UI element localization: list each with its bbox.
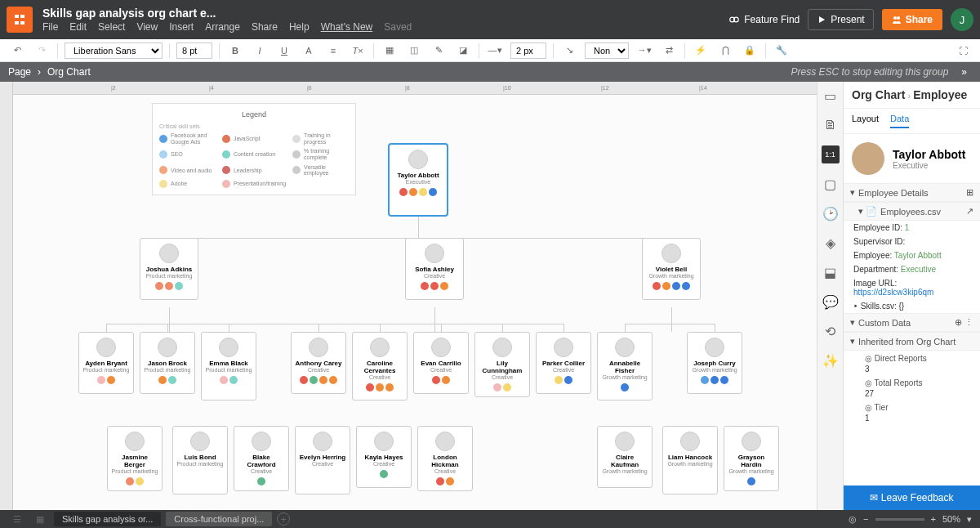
underline-icon[interactable]: U bbox=[275, 42, 293, 60]
section-custom-data[interactable]: ▾ Custom Data⊕ ⋮ bbox=[844, 313, 980, 332]
arrow-start-icon[interactable]: ↘ bbox=[560, 42, 578, 60]
org-card[interactable]: Sofia AshleyCreative bbox=[405, 238, 464, 300]
org-card[interactable]: Emma BlackProduct marketing bbox=[201, 332, 256, 400]
history-icon[interactable]: 🕑 bbox=[822, 204, 840, 222]
italic-icon[interactable]: I bbox=[251, 42, 269, 60]
linewidth-input[interactable] bbox=[510, 43, 546, 59]
align-icon[interactable]: ≡ bbox=[324, 42, 342, 60]
org-card[interactable]: Anthony CareyCreative bbox=[291, 332, 346, 394]
org-card[interactable]: Jasmine BergerProduct marketing bbox=[107, 426, 163, 491]
bold-icon[interactable]: B bbox=[226, 42, 244, 60]
fill-icon[interactable]: ▦ bbox=[381, 42, 399, 60]
app-logo[interactable] bbox=[7, 7, 33, 33]
crumb-page[interactable]: Page bbox=[8, 66, 31, 78]
section-employee-details[interactable]: ▾ Employee Details⊞ bbox=[844, 183, 980, 202]
comment-icon[interactable]: 💬 bbox=[822, 293, 840, 311]
section-inherited[interactable]: ▾ Inherited from Org Chart bbox=[844, 332, 980, 351]
panel-crumb2[interactable]: Employee bbox=[913, 88, 967, 101]
badge-icon[interactable]: 1:1 bbox=[822, 145, 840, 163]
tab-doc-2[interactable]: Cross-functional proj... bbox=[166, 512, 272, 526]
zoom-out-icon[interactable]: − bbox=[863, 514, 868, 524]
user-avatar[interactable]: J bbox=[951, 8, 973, 31]
org-card[interactable]: Taylor AbbottExecutive bbox=[389, 144, 448, 216]
zoom-value[interactable]: 50% bbox=[942, 514, 960, 524]
org-card[interactable]: Luis BondProduct marketing bbox=[172, 426, 228, 494]
select-tool-icon[interactable]: ▭ bbox=[822, 87, 840, 105]
org-card[interactable]: Claire KaufmanGrowth marketing bbox=[597, 426, 653, 488]
menu-insert[interactable]: Insert bbox=[169, 21, 194, 33]
fill-select[interactable]: None bbox=[585, 43, 629, 59]
menu-help[interactable]: Help bbox=[289, 21, 310, 33]
list-view-icon[interactable]: ☰ bbox=[8, 510, 26, 528]
org-card[interactable]: Violet BellGrowth marketing bbox=[642, 238, 701, 300]
menu-edit[interactable]: Edit bbox=[69, 21, 87, 33]
lock-icon[interactable]: 🔒 bbox=[741, 42, 759, 60]
fontsize-input[interactable] bbox=[176, 43, 212, 59]
wrench-icon[interactable]: 🔧 bbox=[773, 42, 791, 60]
tab-data[interactable]: Data bbox=[890, 114, 909, 128]
target-icon[interactable]: ◎ bbox=[849, 514, 857, 525]
menu-share[interactable]: Share bbox=[252, 21, 278, 33]
feedback-button[interactable]: ✉ Leave Feedback bbox=[844, 485, 980, 510]
org-card[interactable]: Evan CarrilloCreative bbox=[413, 332, 469, 394]
fullscreen-icon[interactable]: ⛶ bbox=[954, 42, 972, 60]
panel-crumb1[interactable]: Org Chart bbox=[852, 88, 905, 101]
org-card[interactable]: Jason BrockProduct marketing bbox=[140, 332, 195, 394]
org-card[interactable]: Annabelle FisherGrowth marketing bbox=[597, 332, 653, 400]
org-card[interactable]: Parker CollierCreative bbox=[536, 332, 591, 394]
org-card[interactable]: Caroline CervantesCreative bbox=[352, 332, 408, 400]
org-card[interactable]: Joshua AdkinsProduct marketing bbox=[140, 238, 198, 300]
tab-doc-1[interactable]: Skills gap analysis or... bbox=[54, 512, 161, 526]
arrow-end-icon[interactable]: →▾ bbox=[635, 42, 653, 60]
connector bbox=[625, 324, 626, 332]
line-style-icon[interactable]: —▾ bbox=[486, 42, 504, 60]
sync-icon[interactable]: ⟲ bbox=[822, 322, 840, 340]
menu-select[interactable]: Select bbox=[98, 21, 125, 33]
zoom-in-icon[interactable]: + bbox=[931, 514, 936, 524]
feature-find[interactable]: Feature Find bbox=[728, 14, 800, 25]
text-color-icon[interactable]: A bbox=[300, 42, 318, 60]
org-card[interactable]: Kayla HayesCreative bbox=[356, 426, 412, 488]
connector bbox=[441, 324, 442, 332]
org-card[interactable]: Ayden BryantProduct marketing bbox=[78, 332, 134, 394]
note-icon[interactable]: 🗎 bbox=[822, 116, 840, 134]
undo-icon[interactable]: ↶ bbox=[8, 42, 26, 60]
share-button[interactable]: Share bbox=[882, 9, 942, 30]
org-card[interactable]: Evelyn HerringCreative bbox=[295, 426, 350, 494]
border-icon[interactable]: ◫ bbox=[405, 42, 423, 60]
swap-icon[interactable]: ⇄ bbox=[660, 42, 678, 60]
org-card[interactable]: Lily CunninghamCreative bbox=[474, 332, 530, 397]
menu-arrange[interactable]: Arrange bbox=[205, 21, 240, 33]
data-icon[interactable]: ⬓ bbox=[822, 263, 840, 281]
canvas[interactable]: |2|4|6|8|10|12|14 Legend Critical skill … bbox=[13, 82, 817, 510]
font-select[interactable]: Liberation Sans bbox=[65, 43, 163, 59]
layers-icon[interactable]: ◈ bbox=[822, 234, 840, 252]
presentation-icon[interactable]: ▢ bbox=[822, 175, 840, 193]
present-button[interactable]: Present bbox=[808, 9, 873, 30]
org-card[interactable]: Joseph CurryGrowth marketing bbox=[687, 332, 742, 394]
horizontal-ruler: |2|4|6|8|10|12|14 bbox=[13, 82, 817, 95]
crumb-chart[interactable]: Org Chart bbox=[47, 66, 91, 78]
legend: Legend Critical skill sets Facebook and … bbox=[152, 103, 356, 195]
menu-view[interactable]: View bbox=[136, 21, 158, 33]
grid-view-icon[interactable]: ▦ bbox=[31, 510, 49, 528]
zoom-slider[interactable] bbox=[875, 518, 924, 521]
csv-source[interactable]: ▾ 📄 Employees.csv↗ bbox=[844, 202, 980, 221]
menu-file[interactable]: File bbox=[42, 21, 58, 33]
clear-format-icon[interactable]: T× bbox=[349, 42, 367, 60]
org-card[interactable]: Blake CrawfordCreative bbox=[234, 426, 289, 491]
collapse-panel-icon[interactable]: » bbox=[956, 66, 972, 78]
redo-icon[interactable]: ↷ bbox=[33, 42, 51, 60]
tab-layout[interactable]: Layout bbox=[852, 114, 879, 128]
line-color-icon[interactable]: ✎ bbox=[430, 42, 448, 60]
magnet-icon[interactable]: ⋂ bbox=[716, 42, 734, 60]
bolt-icon[interactable]: ⚡ bbox=[692, 42, 710, 60]
add-tab-icon[interactable]: + bbox=[277, 512, 290, 526]
org-card[interactable]: Liam HancockGrowth marketing bbox=[662, 426, 718, 494]
org-card[interactable]: Grayson HardinGrowth marketing bbox=[724, 426, 779, 491]
org-card[interactable]: London HickmanCreative bbox=[417, 426, 473, 491]
doc-title[interactable]: Skills gap analysis org chart e... bbox=[42, 7, 728, 20]
magic-icon[interactable]: ✨ bbox=[822, 351, 840, 369]
menu-whatsnew[interactable]: What's New bbox=[321, 21, 373, 33]
shape-style-icon[interactable]: ◪ bbox=[454, 42, 472, 60]
